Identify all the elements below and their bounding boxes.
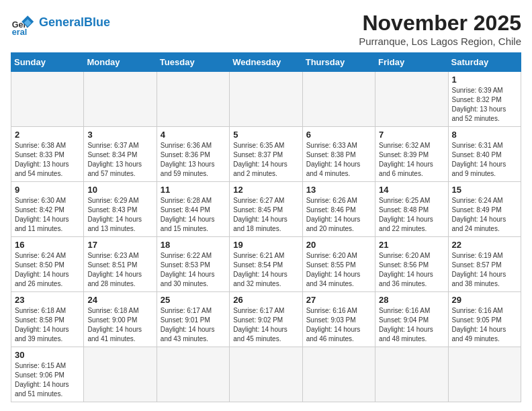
- day-number: 4: [161, 130, 226, 140]
- day-info: Sunrise: 6:24 AMSunset: 8:50 PMDaylight:…: [15, 251, 80, 289]
- day-1: 1 Sunrise: 6:39 AMSunset: 8:32 PMDayligh…: [448, 72, 521, 127]
- day-info: Sunrise: 6:18 AMSunset: 9:00 PMDaylight:…: [87, 306, 152, 344]
- day-number: 12: [233, 185, 298, 195]
- day-info: Sunrise: 6:16 AMSunset: 9:04 PMDaylight:…: [379, 306, 444, 344]
- day-number: 24: [87, 295, 152, 305]
- day-8: 8 Sunrise: 6:31 AMSunset: 8:40 PMDayligh…: [448, 127, 521, 182]
- logo-icon: Gen eral: [11, 11, 35, 35]
- day-info: Sunrise: 6:39 AMSunset: 8:32 PMDaylight:…: [452, 86, 517, 124]
- day-16: 16 Sunrise: 6:24 AMSunset: 8:50 PMDaylig…: [11, 237, 84, 292]
- calendar-table: Sunday Monday Tuesday Wednesday Thursday…: [11, 52, 521, 402]
- header-monday: Monday: [84, 53, 157, 72]
- weekday-header-row: Sunday Monday Tuesday Wednesday Thursday…: [11, 53, 521, 72]
- day-info: Sunrise: 6:20 AMSunset: 8:55 PMDaylight:…: [306, 251, 371, 289]
- day-20: 20 Sunrise: 6:20 AMSunset: 8:55 PMDaylig…: [302, 237, 375, 292]
- day-number: 13: [306, 185, 371, 195]
- day-5: 5 Sunrise: 6:35 AMSunset: 8:37 PMDayligh…: [230, 127, 302, 182]
- day-26: 26 Sunrise: 6:17 AMSunset: 9:02 PMDaylig…: [230, 292, 302, 347]
- day-11: 11 Sunrise: 6:28 AMSunset: 8:44 PMDaylig…: [157, 182, 229, 237]
- day-27: 27 Sunrise: 6:16 AMSunset: 9:03 PMDaylig…: [302, 292, 375, 347]
- day-14: 14 Sunrise: 6:25 AMSunset: 8:48 PMDaylig…: [375, 182, 448, 237]
- day-25: 25 Sunrise: 6:17 AMSunset: 9:01 PMDaylig…: [157, 292, 229, 347]
- day-19: 19 Sunrise: 6:21 AMSunset: 8:54 PMDaylig…: [230, 237, 302, 292]
- empty-cell: [11, 72, 84, 127]
- day-12: 12 Sunrise: 6:27 AMSunset: 8:45 PMDaylig…: [230, 182, 302, 237]
- day-info: Sunrise: 6:19 AMSunset: 8:57 PMDaylight:…: [452, 251, 517, 289]
- title-block: November 2025 Purranque, Los Lagos Regio…: [359, 11, 521, 47]
- day-info: Sunrise: 6:21 AMSunset: 8:54 PMDaylight:…: [233, 251, 298, 289]
- header-thursday: Thursday: [302, 53, 375, 72]
- logo: Gen eral GeneralBlue: [11, 11, 110, 35]
- day-info: Sunrise: 6:26 AMSunset: 8:46 PMDaylight:…: [306, 196, 371, 234]
- day-info: Sunrise: 6:35 AMSunset: 8:37 PMDaylight:…: [233, 141, 298, 179]
- empty-cell: [302, 72, 375, 127]
- day-22: 22 Sunrise: 6:19 AMSunset: 8:57 PMDaylig…: [448, 237, 521, 292]
- empty-cell: [84, 347, 157, 402]
- day-info: Sunrise: 6:23 AMSunset: 8:51 PMDaylight:…: [87, 251, 152, 289]
- day-number: 30: [15, 350, 80, 360]
- day-number: 7: [379, 130, 444, 140]
- day-number: 3: [87, 130, 152, 140]
- day-number: 14: [379, 185, 444, 195]
- header-tuesday: Tuesday: [157, 53, 229, 72]
- day-info: Sunrise: 6:38 AMSunset: 8:33 PMDaylight:…: [15, 141, 80, 179]
- day-28: 28 Sunrise: 6:16 AMSunset: 9:04 PMDaylig…: [375, 292, 448, 347]
- day-number: 6: [306, 130, 371, 140]
- day-info: Sunrise: 6:30 AMSunset: 8:42 PMDaylight:…: [15, 196, 80, 234]
- day-number: 28: [379, 295, 444, 305]
- week-row-6: 30 Sunrise: 6:15 AMSunset: 9:06 PMDaylig…: [11, 347, 521, 402]
- day-number: 26: [233, 295, 298, 305]
- day-4: 4 Sunrise: 6:36 AMSunset: 8:36 PMDayligh…: [157, 127, 229, 182]
- logo-blue: Blue: [84, 15, 110, 29]
- empty-cell: [84, 72, 157, 127]
- day-number: 29: [452, 295, 517, 305]
- day-info: Sunrise: 6:17 AMSunset: 9:01 PMDaylight:…: [161, 306, 226, 344]
- day-number: 20: [306, 240, 371, 250]
- day-info: Sunrise: 6:16 AMSunset: 9:05 PMDaylight:…: [452, 306, 517, 344]
- empty-cell: [448, 347, 521, 402]
- day-10: 10 Sunrise: 6:29 AMSunset: 8:43 PMDaylig…: [84, 182, 157, 237]
- page-header: Gen eral GeneralBlue November 2025 Purra…: [11, 11, 521, 47]
- day-info: Sunrise: 6:24 AMSunset: 8:49 PMDaylight:…: [452, 196, 517, 234]
- day-number: 5: [233, 130, 298, 140]
- day-18: 18 Sunrise: 6:22 AMSunset: 8:53 PMDaylig…: [157, 237, 229, 292]
- week-row-4: 16 Sunrise: 6:24 AMSunset: 8:50 PMDaylig…: [11, 237, 521, 292]
- day-6: 6 Sunrise: 6:33 AMSunset: 8:38 PMDayligh…: [302, 127, 375, 182]
- day-2: 2 Sunrise: 6:38 AMSunset: 8:33 PMDayligh…: [11, 127, 84, 182]
- day-17: 17 Sunrise: 6:23 AMSunset: 8:51 PMDaylig…: [84, 237, 157, 292]
- day-number: 1: [452, 75, 517, 85]
- empty-cell: [157, 72, 229, 127]
- day-info: Sunrise: 6:16 AMSunset: 9:03 PMDaylight:…: [306, 306, 371, 344]
- day-number: 8: [452, 130, 517, 140]
- logo-general: General: [39, 15, 84, 29]
- day-7: 7 Sunrise: 6:32 AMSunset: 8:39 PMDayligh…: [375, 127, 448, 182]
- day-23: 23 Sunrise: 6:18 AMSunset: 8:58 PMDaylig…: [11, 292, 84, 347]
- day-info: Sunrise: 6:33 AMSunset: 8:38 PMDaylight:…: [306, 141, 371, 179]
- day-number: 15: [452, 185, 517, 195]
- logo-text: GeneralBlue: [39, 16, 110, 30]
- day-number: 17: [87, 240, 152, 250]
- day-number: 9: [15, 185, 80, 195]
- day-info: Sunrise: 6:27 AMSunset: 8:45 PMDaylight:…: [233, 196, 298, 234]
- day-info: Sunrise: 6:37 AMSunset: 8:34 PMDaylight:…: [87, 141, 152, 179]
- day-info: Sunrise: 6:32 AMSunset: 8:39 PMDaylight:…: [379, 141, 444, 179]
- day-info: Sunrise: 6:28 AMSunset: 8:44 PMDaylight:…: [161, 196, 226, 234]
- day-number: 21: [379, 240, 444, 250]
- day-info: Sunrise: 6:22 AMSunset: 8:53 PMDaylight:…: [161, 251, 226, 289]
- day-number: 11: [161, 185, 226, 195]
- day-info: Sunrise: 6:31 AMSunset: 8:40 PMDaylight:…: [452, 141, 517, 179]
- day-info: Sunrise: 6:29 AMSunset: 8:43 PMDaylight:…: [87, 196, 152, 234]
- day-info: Sunrise: 6:17 AMSunset: 9:02 PMDaylight:…: [233, 306, 298, 344]
- day-30: 30 Sunrise: 6:15 AMSunset: 9:06 PMDaylig…: [11, 347, 84, 402]
- week-row-3: 9 Sunrise: 6:30 AMSunset: 8:42 PMDayligh…: [11, 182, 521, 237]
- day-number: 18: [161, 240, 226, 250]
- day-number: 19: [233, 240, 298, 250]
- week-row-2: 2 Sunrise: 6:38 AMSunset: 8:33 PMDayligh…: [11, 127, 521, 182]
- day-info: Sunrise: 6:15 AMSunset: 9:06 PMDaylight:…: [15, 361, 80, 399]
- day-21: 21 Sunrise: 6:20 AMSunset: 8:56 PMDaylig…: [375, 237, 448, 292]
- day-number: 25: [161, 295, 226, 305]
- week-row-5: 23 Sunrise: 6:18 AMSunset: 8:58 PMDaylig…: [11, 292, 521, 347]
- header-friday: Friday: [375, 53, 448, 72]
- empty-cell: [157, 347, 229, 402]
- day-24: 24 Sunrise: 6:18 AMSunset: 9:00 PMDaylig…: [84, 292, 157, 347]
